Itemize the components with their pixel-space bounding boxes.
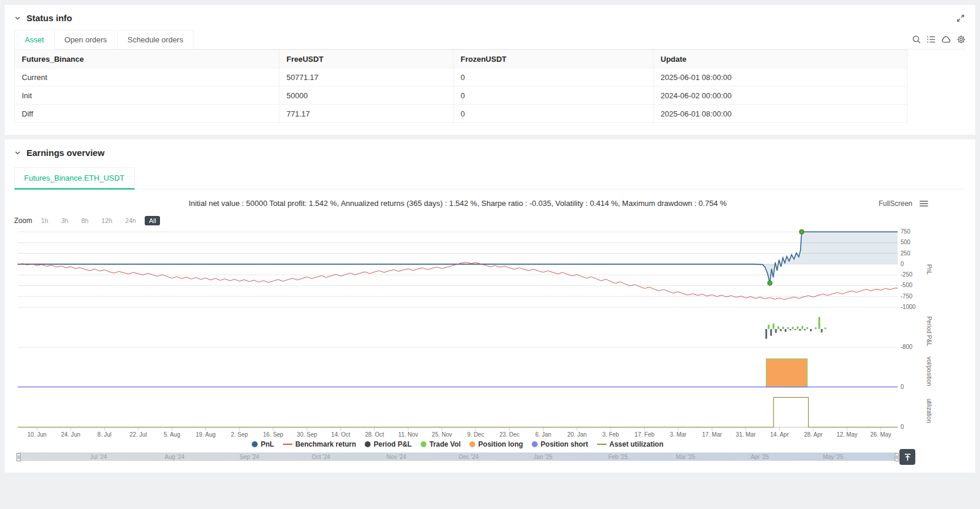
legend-label: Asset utilization <box>609 440 664 448</box>
tab-futures-binance-eth-usdt[interactable]: Futures_Binance.ETH_USDT <box>14 167 135 189</box>
current-free-usdt: 50771.17 <box>279 68 454 87</box>
init-label: Init <box>15 87 279 105</box>
svg-text:PnL: PnL <box>926 264 932 275</box>
cloud-icon[interactable] <box>941 35 951 44</box>
diff-update: 2025-06-01 08:00:00 <box>654 105 908 123</box>
zoom-button-8h[interactable]: 8h <box>77 216 92 225</box>
navigator-month-label: Nov '24 <box>386 454 406 460</box>
gear-icon[interactable] <box>956 35 966 44</box>
list-icon[interactable] <box>926 35 936 44</box>
legend-label: Period P&L <box>374 440 412 448</box>
chart-summary: Initial net value : 50000 Total profit: … <box>14 199 901 208</box>
svg-text:16. Sep: 16. Sep <box>263 431 284 438</box>
tab-schedule-orders[interactable]: Schedule orders <box>118 30 194 49</box>
legend-item-period-p-l[interactable]: Period P&L <box>365 440 412 448</box>
svg-text:26. May: 26. May <box>871 431 892 438</box>
zoom-label: Zoom <box>14 217 32 225</box>
collapse-chevron-icon[interactable] <box>14 149 21 157</box>
svg-text:-500: -500 <box>901 282 912 288</box>
earnings-chart: Initial net value : 50000 Total profit: … <box>14 199 966 461</box>
zoom-button-24h[interactable]: 24h <box>121 216 140 225</box>
svg-text:utilization: utilization <box>926 398 932 423</box>
status-toolbar <box>912 35 966 49</box>
navigator-month-label: Jan '25 <box>534 454 552 460</box>
svg-text:31. Mar: 31. Mar <box>736 431 756 438</box>
legend-label: PnL <box>261 440 274 448</box>
svg-text:-1000: -1000 <box>901 304 916 310</box>
svg-text:3. Feb: 3. Feb <box>602 431 619 438</box>
svg-text:25. Nov: 25. Nov <box>432 431 452 438</box>
navigator-month-label: Feb '25 <box>608 454 628 460</box>
svg-text:30. Sep: 30. Sep <box>297 431 318 438</box>
current-update: 2025-06-01 08:00:00 <box>654 68 908 87</box>
legend-item-trade-vol[interactable]: Trade Vol <box>421 440 461 448</box>
svg-text:17. Feb: 17. Feb <box>635 431 655 438</box>
navigator-month-label: Jul '24 <box>90 454 107 460</box>
asset-table: Futures_Binance FreeUSDT FrozenUSDT Upda… <box>14 49 908 123</box>
status-info-panel: Status info Asset Open orders Schedule o… <box>5 5 975 135</box>
svg-text:5. Aug: 5. Aug <box>164 431 180 438</box>
svg-text:-800: -800 <box>901 344 912 350</box>
legend-dot-marker <box>469 441 475 447</box>
zoom-button-all[interactable]: All <box>145 216 160 225</box>
svg-text:vol/position: vol/position <box>926 357 932 386</box>
col-frozen-usdt: FrozenUSDT <box>454 50 654 68</box>
legend-item-position-long[interactable]: Position long <box>469 440 523 448</box>
navigator-handle-left[interactable] <box>16 453 21 461</box>
svg-text:0: 0 <box>901 384 904 390</box>
svg-text:2. Sep: 2. Sep <box>231 431 248 438</box>
init-frozen-usdt: 0 <box>454 87 654 105</box>
svg-text:-750: -750 <box>901 293 912 300</box>
status-tabs-row: Asset Open orders Schedule orders <box>14 30 966 49</box>
expand-icon[interactable] <box>956 14 965 22</box>
asset-table-header-row: Futures_Binance FreeUSDT FrozenUSDT Upda… <box>15 50 908 68</box>
diff-label: Diff <box>15 105 279 123</box>
earnings-tabs-row: Futures_Binance.ETH_USDT <box>14 167 966 189</box>
chart-menu-icon[interactable] <box>919 200 928 207</box>
current-link[interactable]: Current <box>15 68 279 87</box>
svg-text:750: 750 <box>901 228 911 235</box>
table-row-init: Init 50000 0 2024-06-02 00:00:00 <box>15 87 908 105</box>
chart-navigator[interactable]: Jul '24Aug '24Sep '24Oct '24Nov '24Dec '… <box>18 453 898 461</box>
legend-item-pnl[interactable]: PnL <box>252 440 274 448</box>
legend-item-asset-utilization[interactable]: Asset utilization <box>597 440 664 448</box>
fullscreen-button[interactable]: FullScreen <box>879 199 912 208</box>
legend-label: Position short <box>541 440 588 448</box>
tab-asset[interactable]: Asset <box>14 30 55 49</box>
search-icon[interactable] <box>912 35 921 44</box>
legend-dot-marker <box>365 441 371 447</box>
legend-label: Position long <box>478 440 523 448</box>
legend-dot-marker <box>421 441 426 447</box>
earnings-header: Earnings overview <box>14 148 966 158</box>
diff-frozen-usdt: 0 <box>454 105 654 123</box>
svg-text:11. Nov: 11. Nov <box>398 431 418 438</box>
tab-open-orders[interactable]: Open orders <box>55 30 118 49</box>
svg-text:28. Apr: 28. Apr <box>804 431 823 438</box>
zoom-button-1h[interactable]: 1h <box>37 216 52 225</box>
svg-text:24. Jun: 24. Jun <box>61 431 81 438</box>
svg-text:6. Jan: 6. Jan <box>535 431 551 438</box>
svg-text:14. Apr: 14. Apr <box>770 431 789 438</box>
back-to-top-button[interactable] <box>899 449 915 465</box>
diff-free-usdt: 771.17 <box>279 105 454 123</box>
svg-text:0: 0 <box>901 261 904 267</box>
col-futures-binance: Futures_Binance <box>15 50 279 68</box>
svg-text:-250: -250 <box>901 271 912 278</box>
svg-text:19. Aug: 19. Aug <box>196 431 216 438</box>
navigator-month-label: Aug '24 <box>165 454 185 460</box>
page: Status info Asset Open orders Schedule o… <box>0 5 980 473</box>
collapse-chevron-icon[interactable] <box>14 15 21 22</box>
legend-line-marker <box>597 444 606 445</box>
legend-item-benchmark-return[interactable]: Benchmark return <box>283 440 356 448</box>
legend-item-position-short[interactable]: Position short <box>532 440 588 448</box>
legend-label: Trade Vol <box>429 440 461 448</box>
zoom-button-3h[interactable]: 3h <box>57 216 72 225</box>
legend-label: Benchmark return <box>295 440 356 448</box>
navigator-handle-right[interactable] <box>895 453 899 461</box>
svg-text:14. Oct: 14. Oct <box>331 431 350 438</box>
zoom-button-12h[interactable]: 12h <box>97 216 116 225</box>
svg-text:8. Jul: 8. Jul <box>98 431 112 438</box>
svg-text:500: 500 <box>901 239 911 245</box>
chart-canvas[interactable]: 7505002500-250-500-750-1000PnL-800Period… <box>14 226 932 440</box>
navigator-month-label: Apr '25 <box>751 454 769 460</box>
